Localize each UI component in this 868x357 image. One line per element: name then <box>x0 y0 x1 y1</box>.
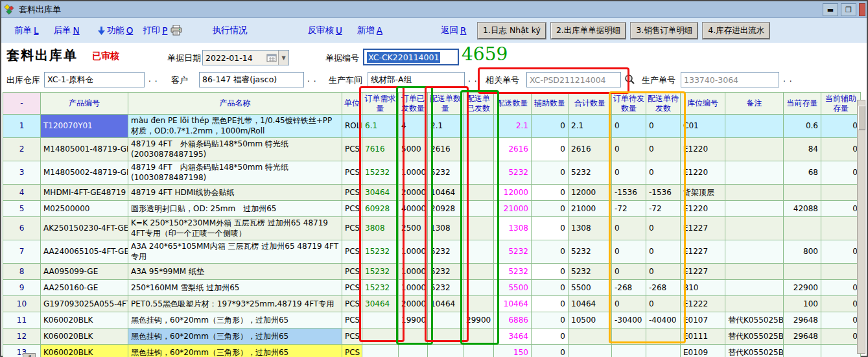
cell[interactable]: ROLL <box>342 115 362 138</box>
cell[interactable]: PCS <box>342 280 362 296</box>
cell[interactable]: 黑色挂钩，60*20mm（三角形），过加州65 <box>128 345 342 357</box>
cell[interactable]: 0 <box>821 138 861 161</box>
cell[interactable]: 20928 <box>428 201 463 217</box>
cell[interactable]: 6 <box>3 217 41 240</box>
table-row[interactable]: 9AA250160-GE250*160MM 雪梨纸 过加州65PCS152321… <box>3 280 861 296</box>
cell[interactable]: 5500 <box>569 280 612 296</box>
cell[interactable]: màu đen PE lõi thép 黑色PE扎带，1/0.45镀锌铁丝+PP… <box>128 115 342 138</box>
cell[interactable]: 0 <box>821 328 861 345</box>
cell[interactable]: 1308 <box>569 217 612 240</box>
cell[interactable]: 20000 <box>399 296 428 312</box>
cell[interactable]: 22900 <box>784 280 821 296</box>
cell[interactable]: 3808 <box>362 217 399 240</box>
vertical-scrollbar-thumb[interactable] <box>858 106 865 130</box>
cell[interactable]: 48719 4FT 外箱条码贴148*50mm 特光纸(200308784871… <box>128 138 342 161</box>
cell[interactable]: 黑色挂钩，60*20mm（三角形），过加州65 <box>128 312 342 328</box>
cell[interactable] <box>646 328 681 345</box>
cell[interactable]: -268 <box>646 280 681 296</box>
cell[interactable]: 2616 <box>569 138 612 161</box>
cell[interactable]: 30464 <box>362 185 399 201</box>
cell[interactable]: -268 <box>612 280 646 296</box>
cell[interactable] <box>612 345 646 357</box>
menu-item-O[interactable]: 功能O <box>98 25 134 36</box>
cell[interactable]: 5232 <box>569 161 612 185</box>
menu-item-P[interactable]: 打印P <box>143 25 167 36</box>
cell[interactable] <box>463 296 494 312</box>
cell[interactable]: 10 <box>3 296 41 312</box>
cell[interactable] <box>463 240 494 264</box>
menu-item-A[interactable]: 新增A <box>357 25 382 36</box>
cell[interactable]: T120070Y01 <box>41 115 128 138</box>
cell[interactable]: 1308 <box>494 217 532 240</box>
toolbar-button-1[interactable]: 1.日志 Nhật ký <box>478 23 546 39</box>
workshop-field[interactable]: 线材部-A组 <box>368 72 465 87</box>
customer-field[interactable]: 86-147 福睿(jasco) <box>199 72 304 87</box>
cell[interactable]: M14805001-48719-GE <box>41 138 128 161</box>
cell[interactable]: 5232 <box>569 264 612 280</box>
cell[interactable]: 150 <box>494 345 532 357</box>
cell[interactable]: PCS <box>342 345 362 357</box>
cell[interactable]: 2.1 <box>428 115 463 138</box>
close-button[interactable] <box>859 3 865 16</box>
table-row[interactable]: 13K060020BLK黑色挂钩，60*20mm（三角形），过加州65PCS15… <box>3 345 861 357</box>
cell[interactable]: 19900 <box>399 312 428 328</box>
cell[interactable]: PCS <box>342 161 362 185</box>
cell[interactable]: 0 <box>646 296 681 312</box>
cell[interactable] <box>463 201 494 217</box>
cell[interactable]: -72 <box>612 201 646 217</box>
cell[interactable]: PCS <box>342 138 362 161</box>
menu-item-N[interactable]: 后单N <box>54 25 80 36</box>
menu-item-5[interactable]: 执行情况 <box>212 25 247 36</box>
minimize-button[interactable]: ▬ <box>823 3 838 16</box>
cell[interactable] <box>725 161 784 185</box>
cell[interactable]: 0 <box>646 161 681 185</box>
cell[interactable] <box>784 264 821 280</box>
cell[interactable]: 2616 <box>428 138 463 161</box>
cell[interactable]: 0 <box>821 240 861 264</box>
cell[interactable]: 20000 <box>399 185 428 201</box>
production-no-field[interactable]: 133740-3064 <box>681 72 779 87</box>
cell[interactable]: 0 <box>532 312 569 328</box>
table-row[interactable]: 4MHDMI-4FT-GE4871948719 4FT HDMI线协会贴纸PCS… <box>3 185 861 201</box>
cell[interactable] <box>463 328 494 345</box>
cell[interactable]: 4 <box>399 115 428 138</box>
cell[interactable]: 6886 <box>494 312 532 328</box>
cell[interactable]: 0 <box>612 264 646 280</box>
cell[interactable]: 替代K055025BLK <box>725 328 784 345</box>
cell[interactable]: 0 <box>532 264 569 280</box>
cell[interactable]: 0 <box>532 328 569 345</box>
cell[interactable]: 0 <box>532 296 569 312</box>
cell[interactable] <box>821 217 861 240</box>
cell[interactable] <box>725 264 784 280</box>
cell[interactable]: B10 <box>681 280 725 296</box>
cell[interactable]: E1220 <box>681 161 725 185</box>
table-row[interactable]: 12K060020BLK黑色挂钩，60*20mm（三角形），过加州65PCS34… <box>3 328 861 345</box>
cell[interactable]: 6.1 <box>362 115 399 138</box>
maximize-button[interactable]: ❒ <box>841 3 856 16</box>
cell[interactable]: K060020BLK <box>41 345 128 357</box>
cell[interactable]: 7616 <box>362 138 399 161</box>
cell[interactable]: 21000 <box>494 201 532 217</box>
menu-item-R[interactable]: 返回R <box>441 25 466 36</box>
cell[interactable]: 0 <box>532 217 569 240</box>
cell[interactable]: K060020BLK <box>41 328 128 345</box>
cell[interactable]: 2500 <box>399 217 428 240</box>
cell[interactable]: 0 <box>532 280 569 296</box>
cell[interactable]: 5232 <box>494 161 532 185</box>
cell[interactable]: 0 <box>646 217 681 240</box>
cell[interactable]: PET0.55黑色吸塑片材：197*93*25mm,48719 4FT专用 <box>128 296 342 312</box>
cell[interactable]: 0 <box>821 115 861 138</box>
cell[interactable]: 68 <box>784 161 821 185</box>
date-dropdown-button[interactable]: ▼ <box>278 51 288 65</box>
cell[interactable] <box>612 328 646 345</box>
cell[interactable]: 10464 <box>569 296 612 312</box>
cell[interactable]: 5232 <box>494 240 532 264</box>
cell[interactable]: 替代K055025BLK <box>725 345 784 357</box>
cell[interactable]: 替代K055025BLK <box>725 312 784 328</box>
toolbar-button-3[interactable]: 3.销售订单明细 <box>631 23 698 39</box>
cell[interactable]: 0 <box>532 345 569 357</box>
cell[interactable]: -1536 <box>646 185 681 201</box>
cell[interactable] <box>784 217 821 240</box>
cell[interactable]: A3A 95*99MM 纸垫 <box>128 264 342 280</box>
cell[interactable]: 10000 <box>399 280 428 296</box>
